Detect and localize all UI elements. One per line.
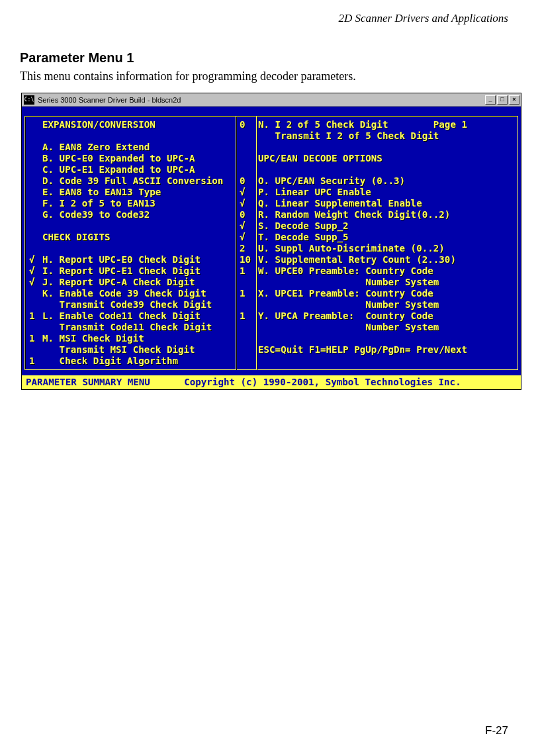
section-description: This menu contains information for progr… [20, 70, 514, 83]
page-number: F-27 [485, 724, 508, 737]
left-mark-column: √ √ √ 1 1 1 [29, 119, 42, 367]
maximize-button[interactable]: □ [497, 95, 508, 105]
app-window: C:\ Series 3000 Scanner Driver Build - b… [21, 93, 521, 390]
close-button[interactable]: × [509, 95, 519, 105]
left-column: EXPANSION/CONVERSION A. EAN8 Zero Extend… [42, 119, 234, 367]
page-header: 2D Scanner Drivers and Applications [20, 12, 508, 25]
section-title: Parameter Menu 1 [20, 50, 514, 66]
window-title: Series 3000 Scanner Driver Build - bldsc… [36, 96, 485, 104]
column-divider [236, 117, 236, 369]
terminal-screen: √ √ √ 1 1 1 EXPANSION/CONVERSION A. EAN8… [22, 107, 521, 389]
column-divider [256, 117, 257, 369]
status-bar: PARAMETER SUMMARY MENU Copyright (c) 199… [22, 375, 521, 389]
right-column: N. I 2 of 5 Check Digit Page 1 Transmit … [258, 119, 514, 367]
right-value-column: 0 0 √ √ 0 √ √ 2 10 1 1 1 [238, 119, 255, 367]
system-menu-icon[interactable]: C:\ [24, 95, 34, 105]
titlebar: C:\ Series 3000 Scanner Driver Build - b… [22, 93, 521, 107]
minimize-button[interactable]: _ [485, 95, 496, 105]
